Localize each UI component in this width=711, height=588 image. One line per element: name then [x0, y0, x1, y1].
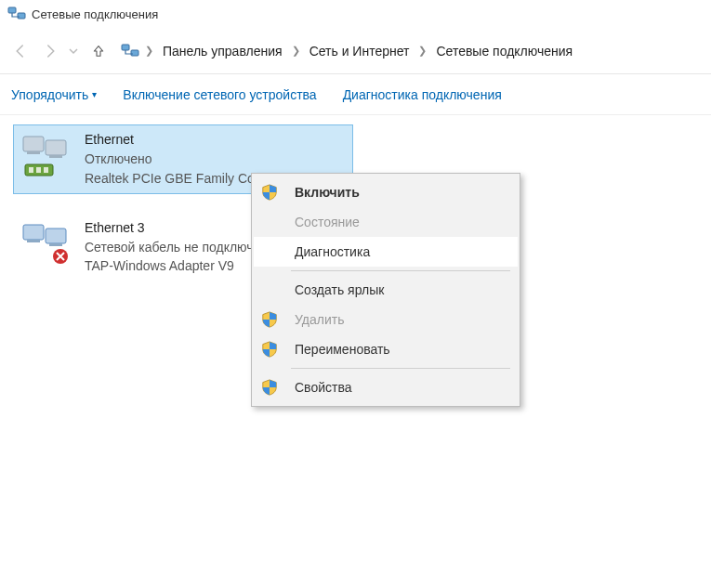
svg-rect-3 — [131, 50, 138, 56]
recent-dropdown[interactable] — [67, 38, 80, 64]
svg-rect-2 — [122, 45, 129, 50]
svg-rect-9 — [29, 167, 33, 173]
svg-rect-13 — [46, 229, 66, 243]
svg-rect-14 — [27, 240, 40, 242]
adapter-name: Ethernet 3 — [85, 219, 268, 237]
breadcrumb-item[interactable]: Сетевые подключения — [432, 40, 576, 62]
context-menu: Включить Состояние Диагностика Создать я… — [251, 173, 520, 407]
svg-rect-1 — [18, 13, 25, 19]
navigation-bar: ❯ Панель управления ❯ Сеть и Интернет ❯ … — [0, 28, 711, 74]
shield-icon — [254, 379, 285, 396]
adapter-status: Сетевой кабель не подключен — [85, 239, 268, 256]
ctx-rename-label: Переименовать — [295, 342, 390, 357]
context-menu-separator — [291, 368, 510, 369]
chevron-down-icon: ▾ — [92, 89, 97, 99]
ctx-status-label: Состояние — [295, 215, 360, 229]
ctx-delete: Удалить — [254, 305, 518, 334]
shield-icon — [254, 184, 285, 201]
adapter-icon — [20, 131, 75, 181]
chevron-right-icon: ❯ — [290, 45, 302, 57]
breadcrumb[interactable]: ❯ Панель управления ❯ Сеть и Интернет ❯ … — [117, 37, 704, 65]
ctx-status: Состояние — [254, 207, 518, 237]
svg-rect-0 — [8, 7, 16, 13]
up-button[interactable] — [87, 40, 110, 62]
enable-device-button[interactable]: Включение сетевого устройства — [123, 87, 316, 102]
window-title: Сетевые подключения — [32, 7, 158, 21]
adapter-icon — [20, 219, 75, 269]
ctx-properties[interactable]: Свойства — [254, 372, 518, 402]
enable-device-label: Включение сетевого устройства — [123, 87, 316, 102]
svg-rect-6 — [27, 151, 40, 154]
svg-rect-12 — [23, 225, 44, 240]
ctx-diagnose-label: Диагностика — [295, 244, 370, 259]
breadcrumb-item[interactable]: Панель управления — [159, 40, 286, 62]
ctx-create-shortcut[interactable]: Создать ярлык — [254, 275, 518, 305]
svg-rect-5 — [46, 140, 66, 155]
adapter-name: Ethernet — [85, 131, 295, 149]
titlebar: Сетевые подключения — [0, 0, 711, 28]
ctx-enable-label: Включить — [295, 185, 360, 200]
ctx-diagnose[interactable]: Диагностика — [254, 237, 518, 267]
network-connections-icon — [7, 5, 26, 23]
diagnose-label: Диагностика подключения — [343, 87, 502, 102]
adapter-description: TAP-Windows Adapter V9 — [85, 257, 268, 275]
organize-menu[interactable]: Упорядочить ▾ — [11, 87, 97, 102]
forward-button[interactable] — [37, 38, 63, 64]
diagnose-connection-button[interactable]: Диагностика подключения — [343, 87, 502, 102]
organize-label: Упорядочить — [11, 87, 88, 102]
svg-rect-15 — [49, 243, 62, 246]
adapter-details: Ethernet 3 Сетевой кабель не подключен T… — [85, 219, 268, 276]
chevron-right-icon: ❯ — [143, 45, 155, 57]
svg-rect-11 — [44, 167, 48, 173]
chevron-right-icon: ❯ — [416, 45, 428, 57]
ctx-shortcut-label: Создать ярлык — [295, 282, 384, 297]
network-connections-icon — [121, 42, 139, 60]
svg-rect-10 — [36, 167, 41, 173]
svg-rect-7 — [49, 155, 62, 158]
ctx-enable[interactable]: Включить — [254, 177, 518, 207]
ctx-rename[interactable]: Переименовать — [254, 334, 518, 364]
breadcrumb-item[interactable]: Сеть и Интернет — [306, 40, 414, 62]
context-menu-separator — [291, 270, 510, 271]
ctx-delete-label: Удалить — [295, 312, 344, 327]
ctx-properties-label: Свойства — [295, 380, 351, 395]
shield-icon — [254, 341, 285, 358]
back-button[interactable] — [7, 38, 33, 64]
svg-rect-4 — [23, 137, 44, 151]
shield-icon — [254, 311, 285, 328]
adapter-status: Отключено — [85, 150, 295, 168]
command-bar: Упорядочить ▾ Включение сетевого устройс… — [0, 74, 711, 115]
